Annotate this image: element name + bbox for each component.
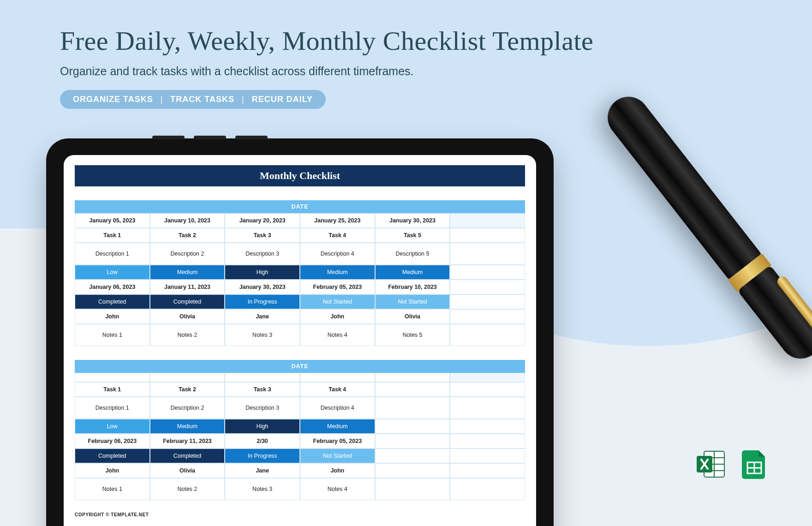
excel-icon: [696, 448, 727, 480]
cell-task: Task 3: [225, 382, 300, 397]
cell-due: January 11, 2023: [150, 280, 225, 294]
date-header: DATE: [75, 360, 525, 373]
cell-notes: Notes 3: [225, 324, 300, 346]
cell-desc: Description 4: [300, 243, 375, 265]
cell-empty: [450, 213, 525, 228]
cell-due: February 10, 2023: [375, 280, 450, 294]
cell-empty: [450, 463, 525, 478]
cell-date: January 20, 2023: [225, 213, 300, 228]
cell-empty: [450, 324, 525, 346]
cell-owner: John: [300, 309, 375, 324]
cell-empty: [450, 397, 525, 419]
cell-notes: Notes 2: [150, 324, 225, 346]
cell-empty: [375, 434, 450, 448]
cell-owner: Olivia: [150, 309, 225, 324]
cell-notes: Notes 3: [225, 478, 300, 500]
cell-task: Task 2: [150, 382, 225, 397]
cell-status: Completed: [150, 294, 225, 309]
cell-priority: Low: [75, 419, 150, 434]
cell-owner: Jane: [225, 463, 300, 478]
cell-notes: Notes 2: [150, 478, 225, 500]
cell-notes: Notes 4: [300, 478, 375, 500]
cell-owner: John: [75, 463, 150, 478]
cell-due: February 06, 2023: [75, 434, 150, 448]
cell-task: Task 2: [150, 228, 225, 243]
cell-priority: Low: [75, 265, 150, 280]
cell-due: January 06, 2023: [75, 280, 150, 294]
cell-date: January 25, 2023: [300, 213, 375, 228]
cell-notes: Notes 1: [75, 324, 150, 346]
feature-chips: ORGANIZE TASKS | TRACK TASKS | RECUR DAI…: [60, 90, 326, 109]
cell-desc: Description 2: [150, 397, 225, 419]
cell-status: Completed: [75, 294, 150, 309]
cell-owner: John: [300, 463, 375, 478]
chip-organize: ORGANIZE TASKS: [73, 95, 153, 104]
cell-status: Not Started: [375, 294, 450, 309]
cell-status: Not Started: [300, 448, 375, 463]
cell-priority: Medium: [300, 265, 375, 280]
cell-due: 2/30: [225, 434, 300, 448]
tablet-screen: Monthly Checklist DATE January 05, 2023 …: [64, 155, 536, 526]
chip-track: TRACK TASKS: [170, 95, 234, 104]
cell-priority: Medium: [375, 265, 450, 280]
cell-desc: Description 3: [225, 243, 300, 265]
chip-separator: |: [242, 95, 245, 104]
cell-date: [375, 373, 450, 382]
sheets-icon: [739, 448, 770, 480]
cell-date: [75, 373, 150, 382]
cell-due: January 30, 2023: [225, 280, 300, 294]
cell-task: Task 5: [375, 228, 450, 243]
cell-priority: High: [225, 419, 300, 434]
cell-empty: [450, 309, 525, 324]
cell-empty: [450, 280, 525, 294]
cell-task: Task 1: [75, 382, 150, 397]
cell-desc: Description 5: [375, 243, 450, 265]
cell-empty: [375, 448, 450, 463]
cell-date: January 30, 2023: [375, 213, 450, 228]
copyright-text: COPYRIGHT © TEMPLATE.NET: [75, 512, 525, 517]
tablet-frame: Monthly Checklist DATE January 05, 2023 …: [46, 138, 554, 526]
cell-notes: Notes 1: [75, 478, 150, 500]
checklist-block-1: DATE January 05, 2023 January 10, 2023 J…: [75, 200, 525, 346]
cell-task: Task 4: [300, 382, 375, 397]
cell-owner: Olivia: [150, 463, 225, 478]
cell-empty: [450, 373, 525, 382]
cell-empty: [375, 397, 450, 419]
page-subtitle: Organize and track tasks with a checklis…: [60, 65, 812, 78]
cell-empty: [375, 382, 450, 397]
cell-status: Completed: [75, 448, 150, 463]
cell-desc: Description 1: [75, 243, 150, 265]
cell-notes: Notes 5: [375, 324, 450, 346]
cell-empty: [450, 419, 525, 434]
cell-date: January 10, 2023: [150, 213, 225, 228]
cell-empty: [450, 434, 525, 448]
cell-desc: Description 1: [75, 397, 150, 419]
cell-task: Task 4: [300, 228, 375, 243]
cell-status: Completed: [150, 448, 225, 463]
cell-empty: [450, 478, 525, 500]
sheet-title: Monthly Checklist: [75, 165, 525, 186]
cell-empty: [450, 448, 525, 463]
cell-date: January 05, 2023: [75, 213, 150, 228]
cell-status: Not Started: [300, 294, 375, 309]
cell-due: February 05, 2023: [300, 280, 375, 294]
cell-empty: [375, 419, 450, 434]
cell-due: February 05, 2023: [300, 434, 375, 448]
cell-priority: High: [225, 265, 300, 280]
cell-owner: Jane: [225, 309, 300, 324]
cell-status: In Progress: [225, 294, 300, 309]
cell-task: Task 3: [225, 228, 300, 243]
cell-empty: [450, 265, 525, 280]
cell-empty: [375, 478, 450, 500]
cell-empty: [450, 243, 525, 265]
cell-priority: Medium: [300, 419, 375, 434]
cell-owner: Olivia: [375, 309, 450, 324]
cell-status: In Progress: [225, 448, 300, 463]
chip-recur: RECUR DAILY: [252, 95, 313, 104]
cell-date: [300, 373, 375, 382]
checklist-block-2: DATE Task 1 Task 2 Task 3 Task 4 Descrip…: [75, 360, 525, 500]
page-title: Free Daily, Weekly, Monthly Checklist Te…: [60, 25, 812, 56]
cell-empty: [375, 463, 450, 478]
cell-date: [150, 373, 225, 382]
cell-task: Task 1: [75, 228, 150, 243]
